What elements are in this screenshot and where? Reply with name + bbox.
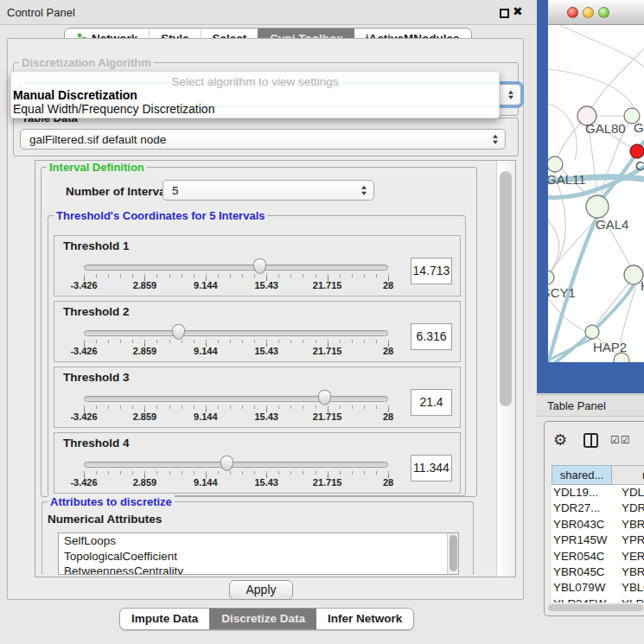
- cell-shared-name[interactable]: YER054C: [552, 549, 614, 564]
- panel-scrollbar[interactable]: [496, 161, 514, 577]
- attributes-list-scrollbar[interactable]: [447, 533, 458, 574]
- screen: { "window": { "title": "Control Panel" }…: [0, 0, 644, 644]
- algorithm-option-equal-width[interactable]: Equal Width/Frequency Discretization: [13, 102, 214, 116]
- attribute-item[interactable]: SelfLoops: [59, 533, 458, 549]
- tick-label: 2.859: [133, 411, 157, 422]
- split-columns-icon[interactable]: [583, 433, 598, 448]
- cell-name[interactable]: YDR2: [614, 501, 644, 516]
- table-row[interactable]: YDR27...YDR2: [552, 501, 644, 516]
- threshold-value-field[interactable]: 14.713: [411, 258, 452, 284]
- network-window[interactable]: GAL80GACGAL11GAL4GCY1HHAP2: [537, 0, 644, 393]
- cell-shared-name[interactable]: YBR045C: [552, 564, 614, 580]
- tick-label: -3.426: [70, 411, 97, 422]
- slider-tick-labels: -3.4262.8599.14415.4321.71528: [84, 346, 388, 358]
- table-row[interactable]: YER054CYER0: [552, 549, 644, 564]
- threshold-slider-thumb[interactable]: [220, 456, 233, 471]
- scrollbar-thumb[interactable]: [450, 535, 457, 571]
- slider-minor-ticks: [84, 274, 389, 277]
- cell-shared-name[interactable]: YBR043C: [552, 517, 614, 532]
- network-node-gal4[interactable]: [586, 195, 609, 218]
- table-body[interactable]: YDL19...YDL1YDR27...YDR2YBR043CYBR0YPR14…: [552, 485, 644, 603]
- attribute-item[interactable]: TopologicalCoefficient: [59, 549, 458, 564]
- cell-shared-name[interactable]: YPR145W: [552, 532, 614, 548]
- table-horizontal-scrollbar[interactable]: [548, 604, 643, 611]
- threshold-slider-track[interactable]: [84, 330, 388, 336]
- table-row[interactable]: YBR045CYBR0: [552, 564, 644, 580]
- table-row[interactable]: YLR345WYLR3: [552, 596, 644, 603]
- threshold-slider-track[interactable]: [84, 265, 388, 271]
- scrollbar-thumb[interactable]: [500, 171, 512, 406]
- tick-label: 15.43: [254, 411, 278, 422]
- algorithm-option-manual[interactable]: Manual Discretization: [13, 88, 137, 102]
- network-node-c[interactable]: [630, 144, 644, 158]
- column-header-shared-name[interactable]: shared...: [552, 465, 612, 485]
- cell-shared-name[interactable]: YDR27...: [552, 501, 614, 516]
- close-traffic-light-icon[interactable]: [567, 7, 578, 18]
- attributes-list[interactable]: SelfLoopsTopologicalCoefficientBetweenne…: [58, 532, 459, 575]
- cell-name[interactable]: YBL0: [614, 580, 644, 596]
- tab-infer-network[interactable]: Infer Network: [316, 609, 413, 629]
- threshold-slider-thumb[interactable]: [318, 390, 331, 405]
- cell-name[interactable]: YLR3: [614, 596, 644, 603]
- zoom-traffic-light-icon[interactable]: [598, 7, 609, 18]
- close-icon[interactable]: ✖: [513, 4, 523, 18]
- threshold-slider-track[interactable]: [84, 396, 388, 402]
- threshold-value-field[interactable]: 21.4: [411, 389, 452, 416]
- tick-label: 15.43: [254, 280, 278, 290]
- thresholds-group-label: Threshold's Coordinates for 5 Intervals: [54, 209, 267, 222]
- threshold-value-field[interactable]: 11.344: [411, 455, 452, 481]
- network-window-titlebar[interactable]: [548, 0, 644, 25]
- cell-shared-name[interactable]: YLR345W: [552, 596, 614, 603]
- tick-label: 28: [383, 477, 393, 488]
- table-row[interactable]: YDL19...YDL1: [552, 485, 644, 501]
- table-row[interactable]: YBL079WYBL0: [552, 580, 644, 596]
- minimize-traffic-light-icon[interactable]: [583, 7, 594, 18]
- network-canvas[interactable]: GAL80GACGAL11GAL4GCY1HHAP2: [548, 25, 644, 362]
- slider-minor-ticks: [84, 340, 389, 343]
- tick-label: 15.43: [254, 477, 278, 488]
- thresholds-group: Threshold's Coordinates for 5 Intervals …: [48, 215, 466, 496]
- slider-tick-labels: -3.4262.8599.14415.4321.71528: [84, 477, 388, 489]
- cell-name[interactable]: YER0: [614, 549, 644, 564]
- number-of-intervals-select[interactable]: 5: [163, 180, 374, 201]
- control-panel-title: Control Panel: [7, 0, 75, 25]
- network-nodes[interactable]: [548, 106, 644, 362]
- combo-stepper-icon: [508, 90, 513, 99]
- float-window-icon[interactable]: [500, 9, 509, 18]
- table-row[interactable]: YBR043CYBR0: [552, 517, 644, 532]
- column-header-name[interactable]: n...: [612, 465, 644, 485]
- select-columns-icon[interactable]: ☑☑: [610, 434, 631, 446]
- network-node-gcy1[interactable]: [548, 271, 554, 284]
- tab-discretize-data[interactable]: Discretize Data: [209, 609, 316, 629]
- slider-minor-ticks: [84, 405, 389, 409]
- threshold-slider-thumb[interactable]: [172, 324, 185, 340]
- threshold-slider-thumb[interactable]: [253, 258, 266, 274]
- network-node-gal11[interactable]: [548, 156, 563, 172]
- number-of-intervals-label: Number of Intervals: [66, 185, 175, 198]
- tick-label: 21.715: [313, 280, 342, 290]
- table-row[interactable]: YPR145WYPR1: [552, 532, 644, 548]
- cell-shared-name[interactable]: YDL19...: [552, 485, 614, 501]
- table-data-select[interactable]: galFiltered.sif default node: [20, 129, 506, 150]
- cell-name[interactable]: YBR0: [614, 517, 644, 532]
- combo-stepper-icon: [493, 135, 498, 144]
- threshold-title: Threshold 1: [63, 239, 130, 252]
- cell-name[interactable]: YDL1: [614, 485, 644, 501]
- slider-minor-ticks: [84, 471, 389, 475]
- gear-icon[interactable]: ⚙: [553, 430, 567, 449]
- attribute-item[interactable]: BetweennessCentrality: [59, 564, 458, 575]
- cell-name[interactable]: YBR0: [614, 564, 644, 580]
- threshold-panel: Threshold 2 -3.4262.8599.14415.4321.7152…: [54, 301, 461, 362]
- interval-definition-label: Interval Definition: [47, 161, 147, 174]
- table-panel: ⚙ ☑☑ shared... n... YDL19...YDL1YDR27...…: [544, 421, 644, 616]
- network-node-hap2[interactable]: [585, 325, 599, 339]
- attributes-group: Attributes to discretize Numerical Attri…: [41, 501, 474, 575]
- apply-button[interactable]: Apply: [229, 580, 293, 600]
- cell-name[interactable]: YPR1: [614, 532, 644, 548]
- tab-impute-data[interactable]: Impute Data: [120, 609, 209, 629]
- threshold-title: Threshold 4: [63, 437, 130, 450]
- cell-shared-name[interactable]: YBL079W: [552, 580, 614, 596]
- threshold-slider-track[interactable]: [84, 462, 388, 468]
- threshold-value-field[interactable]: 6.316: [411, 323, 452, 350]
- tick-label: -3.426: [70, 280, 97, 290]
